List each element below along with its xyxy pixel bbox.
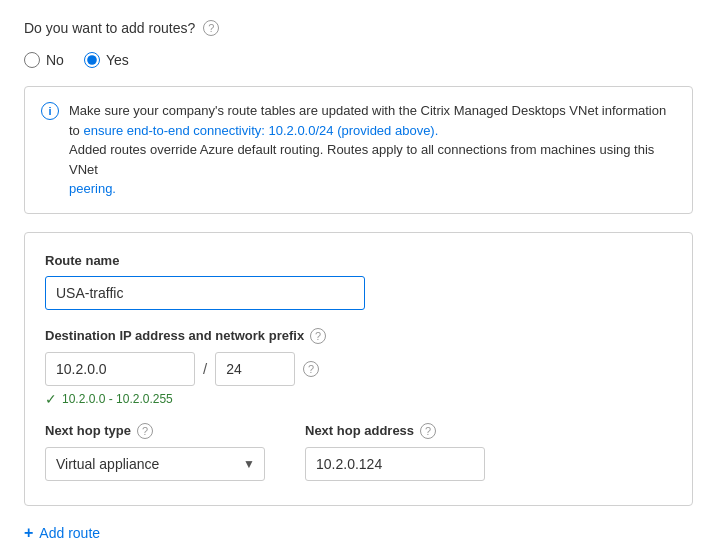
ip-address-input[interactable] xyxy=(45,352,195,386)
hop-type-select[interactable]: Virtual appliance VNet gateway None VNet… xyxy=(45,447,265,481)
info-text: Make sure your company's route tables ar… xyxy=(69,101,676,199)
hop-type-label: Next hop type xyxy=(45,423,131,438)
add-route-label: Add route xyxy=(39,525,100,541)
plus-icon: + xyxy=(24,524,33,541)
add-route-button[interactable]: + Add route xyxy=(24,524,100,541)
route-name-input[interactable] xyxy=(45,276,365,310)
hop-address-help-icon[interactable]: ? xyxy=(420,423,436,439)
radio-group: No Yes xyxy=(24,52,693,68)
question-text: Do you want to add routes? xyxy=(24,20,195,36)
hop-type-select-wrapper: Virtual appliance VNet gateway None VNet… xyxy=(45,447,265,481)
ip-row: / ? xyxy=(45,352,672,386)
ip-validation: ✓ 10.2.0.0 - 10.2.0.255 xyxy=(45,391,672,407)
radio-yes-label[interactable]: Yes xyxy=(84,52,129,68)
radio-no-text: No xyxy=(46,52,64,68)
hop-type-field: Next hop type ? Virtual appliance VNet g… xyxy=(45,423,265,481)
validation-check-icon: ✓ xyxy=(45,391,57,407)
info-box: i Make sure your company's route tables … xyxy=(24,86,693,214)
prefix-help-icon[interactable]: ? xyxy=(303,361,319,377)
dest-label-row: Destination IP address and network prefi… xyxy=(45,328,672,344)
dest-ip-label: Destination IP address and network prefi… xyxy=(45,328,304,343)
dest-ip-help-icon[interactable]: ? xyxy=(310,328,326,344)
radio-yes[interactable] xyxy=(84,52,100,68)
route-card: Route name Destination IP address and ne… xyxy=(24,232,693,506)
question-help-icon[interactable]: ? xyxy=(203,20,219,36)
hop-section: Next hop type ? Virtual appliance VNet g… xyxy=(45,423,672,481)
prefix-input[interactable] xyxy=(215,352,295,386)
info-icon: i xyxy=(41,102,59,120)
info-line1-link[interactable]: ensure end-to-end connectivity: 10.2.0.0… xyxy=(83,123,438,138)
info-line2-link[interactable]: peering. xyxy=(69,181,116,196)
info-line2: Added routes override Azure default rout… xyxy=(69,142,654,177)
ip-slash: / xyxy=(195,360,215,377)
route-name-label: Route name xyxy=(45,253,672,268)
hop-address-input[interactable] xyxy=(305,447,485,481)
hop-type-label-row: Next hop type ? xyxy=(45,423,265,439)
hop-type-help-icon[interactable]: ? xyxy=(137,423,153,439)
hop-address-label-row: Next hop address ? xyxy=(305,423,485,439)
hop-address-label: Next hop address xyxy=(305,423,414,438)
radio-yes-text: Yes xyxy=(106,52,129,68)
radio-no[interactable] xyxy=(24,52,40,68)
validation-text: 10.2.0.0 - 10.2.0.255 xyxy=(62,392,173,406)
hop-address-field: Next hop address ? xyxy=(305,423,485,481)
radio-no-label[interactable]: No xyxy=(24,52,64,68)
dest-section: Destination IP address and network prefi… xyxy=(45,328,672,407)
question-row: Do you want to add routes? ? xyxy=(24,20,693,36)
